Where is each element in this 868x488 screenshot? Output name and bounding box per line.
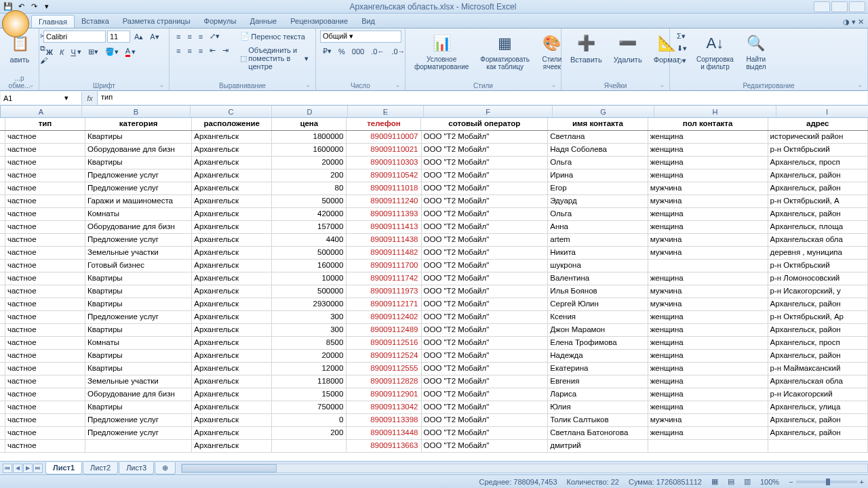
cell[interactable]: частное [5, 440, 85, 452]
cell[interactable]: частное [5, 324, 85, 336]
cell[interactable]: 420000 [272, 208, 347, 220]
cell[interactable]: Предложение услуг [85, 169, 192, 182]
increase-decimal-icon[interactable]: .0← [368, 45, 387, 57]
cell[interactable]: Архангельск, район [768, 182, 868, 195]
cell[interactable]: Толик Салтыков [548, 414, 648, 426]
header-cell[interactable]: имя контакта [548, 118, 648, 130]
table-row[interactable]: частноеКомнатыАрхангельск850089009112516… [0, 337, 868, 350]
italic-icon[interactable]: К [57, 45, 66, 58]
bold-icon[interactable]: Ж [43, 45, 56, 58]
table-row[interactable]: частноеКвартирыАрхангельск29300008900911… [0, 298, 868, 311]
cell[interactable]: 89009112901 [347, 388, 421, 401]
table-row[interactable]: частноеГаражи и машиноместаАрхангельск50… [0, 195, 868, 208]
conditional-format-button[interactable]: 📊Условное форматирование [410, 30, 473, 73]
sheet-prev-icon[interactable]: ◀ [13, 464, 22, 473]
tab-рецензирование[interactable]: Рецензирование [283, 15, 355, 28]
cell[interactable]: Архангельск, район [768, 208, 868, 220]
cell[interactable]: исторический район [768, 131, 868, 143]
cell[interactable]: Гаражи и машиноместа [85, 195, 192, 207]
tab-разметка страницы[interactable]: Разметка страницы [116, 15, 197, 28]
qat-dropdown-icon[interactable]: ▾ [41, 1, 52, 12]
cell[interactable]: частное [5, 311, 85, 323]
cell[interactable]: женщина [648, 144, 768, 156]
cell[interactable]: 89009112828 [347, 375, 421, 388]
align-bottom-icon[interactable]: ≡ [196, 30, 205, 42]
cell[interactable]: ООО "Т2 Мобайл" [422, 427, 549, 439]
delete-cells-button[interactable]: ➖Удалить [609, 30, 647, 66]
cell[interactable]: Архангельск, улица [768, 401, 868, 413]
cell[interactable]: Архангельск [192, 324, 272, 336]
cell[interactable]: Квартиры [85, 157, 192, 169]
cell[interactable]: женщина [648, 375, 768, 388]
cell[interactable]: Архангельск [192, 260, 272, 272]
cell[interactable]: Архангельская обла [768, 375, 868, 388]
redo-icon[interactable]: ↷ [28, 1, 39, 12]
cell[interactable]: женщина [648, 169, 768, 182]
cell[interactable]: 750000 [272, 401, 347, 413]
cell[interactable]: Сергей Юлин [548, 298, 648, 310]
cell[interactable]: Архангельск [192, 131, 272, 143]
cell[interactable]: 89009112555 [347, 363, 421, 375]
cell[interactable]: р-н Октябрьский, А [768, 195, 868, 207]
cell[interactable]: Земельные участки [85, 247, 192, 259]
cell[interactable]: частное [5, 144, 85, 156]
cell[interactable]: Надежда [548, 350, 648, 362]
cell[interactable]: ООО "Т2 Мобайл" [422, 247, 549, 259]
cell[interactable]: 200 [272, 427, 347, 439]
cell[interactable]: Архангельск [192, 144, 272, 156]
cell[interactable]: Квартиры [85, 131, 192, 143]
cell[interactable]: Архангельск [192, 337, 272, 349]
cell[interactable]: 1800000 [272, 131, 347, 143]
name-box[interactable]: ▾ [1, 92, 82, 104]
cell[interactable]: мужчина [648, 298, 768, 310]
cell[interactable]: Архангельск [192, 157, 272, 169]
cell[interactable]: 157000 [272, 221, 347, 233]
cell[interactable]: 8500 [272, 337, 347, 349]
cell[interactable]: Оборудование для бизн [85, 144, 192, 156]
column-header[interactable]: A [1, 106, 82, 117]
table-row[interactable]: частноеОборудование для бизнАрхангельск1… [0, 144, 868, 157]
cell[interactable]: ООО "Т2 Мобайл" [422, 272, 549, 285]
cell[interactable]: 0 [272, 414, 347, 426]
cell[interactable]: дмитрий [548, 440, 648, 452]
sheet-last-icon[interactable]: ⏭ [33, 464, 43, 473]
column-header[interactable]: D [272, 106, 348, 117]
cell[interactable]: 89009112489 [347, 324, 421, 336]
cell[interactable]: artem [548, 234, 648, 246]
wrap-text-button[interactable]: 📄 Перенос текста [237, 30, 311, 42]
header-cell[interactable]: категория [85, 118, 192, 130]
table-row[interactable]: частноеКвартирыАрхангельск20000890091125… [0, 350, 868, 363]
table-row[interactable]: частноеКомнатыАрхангельск420000890091113… [0, 208, 868, 221]
table-row[interactable]: частноеПредложение услугАрхангельск30089… [0, 311, 868, 324]
cell[interactable]: Оборудование для бизн [85, 388, 192, 401]
table-row[interactable]: частноеКвартирыАрхангельск10000890091117… [0, 272, 868, 285]
cell[interactable]: ООО "Т2 Мобайл" [422, 298, 549, 310]
cell[interactable]: Юлия [548, 401, 648, 413]
column-header[interactable]: G [553, 106, 654, 117]
cell[interactable]: Архангельск [192, 169, 272, 182]
new-sheet-button[interactable]: ⊕ [155, 462, 176, 474]
cell[interactable]: Квартиры [85, 272, 192, 285]
view-normal-icon[interactable]: ▦ [711, 477, 718, 486]
cell[interactable]: Елена Трофимова [548, 337, 648, 349]
underline-icon[interactable]: Ч ▾ [68, 45, 83, 58]
cell[interactable]: Светлана [548, 131, 648, 143]
cell[interactable]: Архангельск, просп [768, 157, 868, 169]
column-header[interactable]: C [191, 106, 272, 117]
cell[interactable]: Архангельск [192, 208, 272, 220]
formula-input[interactable]: тип [98, 92, 867, 104]
orientation-icon[interactable]: ⤢▾ [207, 30, 222, 42]
cell[interactable]: р-н Исакогорский, у [768, 285, 868, 298]
cell[interactable]: ООО "Т2 Мобайл" [422, 208, 549, 220]
cell[interactable]: Архангельск [192, 195, 272, 207]
zoom-in-icon[interactable]: + [860, 478, 864, 486]
font-color-icon[interactable]: A▾ [123, 45, 138, 58]
cell[interactable]: Архангельск [192, 375, 272, 388]
cell[interactable]: Архангельск [192, 440, 272, 452]
column-header[interactable]: F [424, 106, 553, 117]
cell[interactable]: ООО "Т2 Мобайл" [422, 440, 549, 452]
tab-вставка[interactable]: Вставка [75, 15, 116, 28]
cell[interactable]: 89009111742 [347, 272, 421, 285]
cell[interactable]: 118000 [272, 375, 347, 388]
sheet-first-icon[interactable]: ⏮ [3, 464, 12, 473]
